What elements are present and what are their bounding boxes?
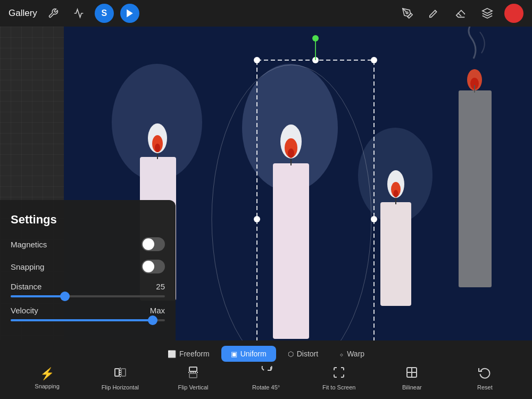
distort-icon: ⬡ — [288, 350, 294, 358]
snapping-action-button[interactable]: ⚡ Snapping — [29, 367, 66, 389]
pen-icon-button[interactable] — [398, 4, 417, 23]
snapping-row: Snapping — [11, 260, 165, 273]
gallery-button[interactable]: Gallery — [9, 8, 37, 19]
magnetics-row: Magnetics — [11, 237, 165, 251]
tab-distort[interactable]: ⬡ Distort — [278, 346, 328, 362]
s-button[interactable]: S — [95, 4, 114, 23]
freeform-icon: ⬜ — [168, 350, 176, 358]
distance-slider-fill — [11, 295, 65, 297]
distance-row: Distance 25 — [11, 282, 165, 297]
svg-point-32 — [371, 216, 377, 222]
fit-to-screen-button[interactable]: Fit to Screen — [320, 366, 358, 390]
snapping-action-icon: ⚡ — [40, 367, 54, 381]
tab-warp[interactable]: ⬦ Warp — [330, 346, 374, 362]
bilinear-button[interactable]: Bilinear — [393, 366, 430, 390]
snapping-toggle[interactable] — [142, 260, 165, 273]
svg-point-31 — [254, 216, 260, 222]
bottom-actions: ⚡ Snapping Flip Horizontal Flip — [0, 366, 532, 390]
svg-rect-40 — [115, 369, 119, 376]
rotate45-button[interactable]: Rotate 45° — [247, 366, 285, 390]
svg-rect-41 — [121, 369, 126, 376]
magic-icon-button[interactable] — [69, 4, 88, 23]
warp-icon: ⬦ — [339, 350, 344, 358]
svg-point-37 — [312, 35, 319, 41]
svg-point-28 — [254, 57, 260, 63]
eraser-icon-button[interactable] — [451, 4, 470, 23]
reset-button[interactable]: Reset — [466, 366, 503, 390]
reset-icon — [478, 366, 491, 382]
flip-horizontal-icon — [114, 366, 127, 382]
flip-vertical-icon — [187, 366, 200, 382]
svg-point-30 — [371, 57, 377, 63]
svg-rect-17 — [395, 197, 396, 204]
velocity-slider-fill — [11, 319, 153, 321]
svg-rect-10 — [273, 163, 309, 339]
svg-rect-43 — [189, 367, 197, 371]
top-bar-left: Gallery S — [9, 4, 139, 23]
svg-point-0 — [406, 12, 408, 14]
svg-marker-1 — [483, 9, 492, 13]
velocity-value: Max — [150, 306, 165, 315]
svg-point-20 — [394, 190, 398, 197]
layers-icon-button[interactable] — [478, 4, 497, 23]
snapping-label: Snapping — [11, 262, 44, 271]
distance-slider-thumb[interactable] — [60, 292, 70, 301]
distance-slider-track[interactable] — [11, 295, 165, 297]
svg-rect-25 — [474, 85, 475, 93]
uniform-icon: ▣ — [231, 350, 237, 358]
velocity-row: Velocity Max — [11, 306, 165, 321]
tab-freeform[interactable]: ⬜ Freeform — [158, 346, 219, 362]
flip-horizontal-button[interactable]: Flip Horizontal — [102, 366, 139, 390]
wrench-icon-button[interactable] — [44, 4, 63, 23]
velocity-slider-thumb[interactable] — [148, 315, 157, 325]
magnetics-label: Magnetics — [11, 240, 47, 249]
transform-tabs: ⬜ Freeform ▣ Uniform ⬡ Distort ⬦ Warp — [158, 346, 374, 362]
rotate45-icon — [260, 366, 272, 382]
top-bar: Gallery S — [0, 0, 532, 27]
color-dot-button[interactable] — [504, 4, 523, 23]
velocity-label: Velocity — [11, 306, 38, 315]
svg-point-14 — [288, 148, 294, 158]
distance-value: 25 — [156, 282, 165, 291]
distance-label: Distance — [11, 282, 41, 291]
flip-vertical-button[interactable]: Flip Vertical — [174, 366, 212, 390]
magnetics-toggle[interactable] — [142, 237, 165, 251]
bilinear-icon — [405, 366, 418, 382]
settings-panel: Settings Magnetics Snapping Distance 25 … — [0, 200, 176, 340]
brush-icon-button[interactable] — [425, 4, 444, 23]
bottom-toolbar: ⬜ Freeform ▣ Uniform ⬡ Distort ⬦ Warp ⚡ … — [0, 340, 532, 399]
tab-uniform[interactable]: ▣ Uniform — [221, 346, 276, 362]
arrow-button[interactable] — [120, 4, 139, 23]
velocity-slider-track[interactable] — [11, 319, 165, 321]
fit-to-screen-icon — [332, 366, 345, 382]
svg-rect-23 — [459, 90, 492, 287]
svg-rect-44 — [189, 373, 197, 378]
settings-title: Settings — [11, 213, 165, 227]
top-bar-right — [398, 4, 523, 23]
svg-rect-16 — [380, 202, 411, 306]
svg-point-8 — [155, 144, 160, 152]
